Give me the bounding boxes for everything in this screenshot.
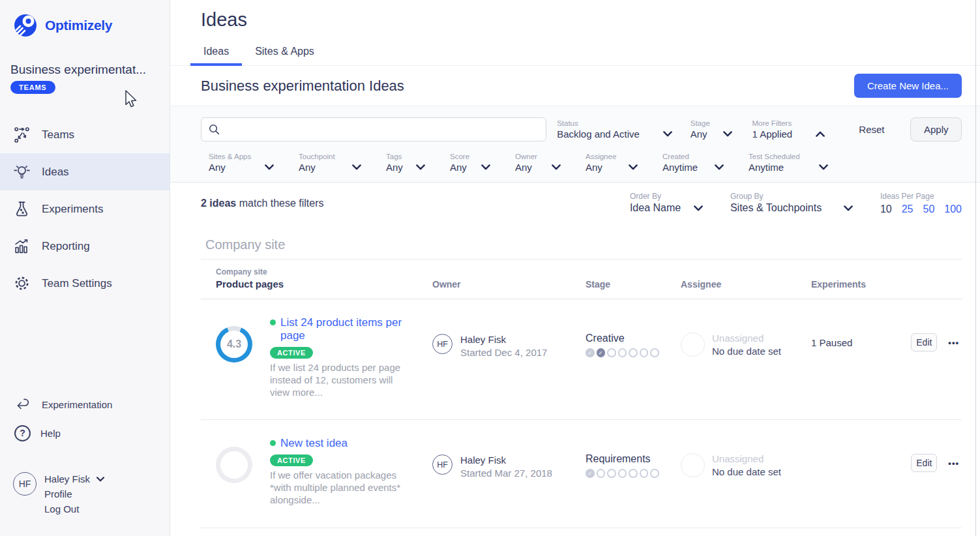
tab-ideas[interactable]: Ideas: [190, 39, 242, 65]
back-label: Experimentation: [42, 399, 112, 410]
apply-button[interactable]: Apply: [910, 117, 962, 141]
sidebar-item-label: Experiments: [42, 203, 103, 216]
stage-filter[interactable]: Stage Any: [690, 119, 733, 140]
help-item[interactable]: ? Help: [0, 419, 170, 447]
edit-button[interactable]: Edit: [911, 333, 937, 351]
per-page-25[interactable]: 25: [902, 203, 913, 215]
sidebar-item-label: Teams: [42, 128, 74, 141]
teams-badge: TEAMS: [10, 81, 55, 94]
col-touchpoint-label: Product pages: [216, 278, 432, 290]
table-header: Company site Product pages Owner Stage A…: [201, 259, 962, 299]
gear-icon: [13, 275, 31, 292]
user-block: HF Haley Fisk Profile Log Out: [13, 472, 104, 514]
tab-bar: Ideas Sites & Apps: [190, 39, 327, 65]
stage-progress-dots: ✓: [586, 469, 681, 478]
edit-button[interactable]: Edit: [911, 454, 937, 472]
sidebar-item-label: Ideas: [42, 166, 69, 179]
group-title: Company site: [205, 237, 962, 252]
idea-link[interactable]: List 24 product items per page: [270, 316, 411, 342]
chevron-down-icon: [416, 164, 425, 170]
teams-icon: [13, 126, 31, 143]
col-assignee: Assignee: [681, 279, 811, 290]
chevron-down-icon: [723, 131, 732, 137]
chevron-down-icon: [715, 164, 724, 170]
more-filters-toggle[interactable]: More Filters 1 Applied: [752, 119, 825, 140]
owner-filter[interactable]: Owner Any: [515, 153, 561, 173]
sidebar-item-teams[interactable]: Teams: [0, 116, 170, 153]
owner-started: Started Mar 27, 2018: [460, 468, 552, 479]
more-filters-row: Sites & Apps Any Touchpoint Any Tags Any…: [201, 153, 962, 173]
sidebar: Optimizely Business experimentat... TEAM…: [0, 0, 170, 536]
idea-description: If we list 24 products per page instead …: [270, 362, 411, 398]
search-input[interactable]: [220, 124, 539, 135]
assignee-due-date: No due date set: [712, 346, 781, 357]
status-filter-label: Status: [557, 119, 672, 127]
stage-filter-value: Any: [690, 128, 707, 140]
status-dot: [270, 440, 276, 446]
sidebar-item-reporting[interactable]: Reporting: [0, 228, 170, 265]
more-filters-label: More Filters: [752, 119, 825, 127]
idea-description: If we offer vacation packages *with mult…: [270, 469, 411, 506]
profile-link[interactable]: Profile: [44, 488, 104, 499]
group-by-dropdown[interactable]: Group By Sites & Touchpoints: [730, 192, 853, 214]
assignee-due-date: No due date set: [712, 466, 781, 477]
sidebar-item-label: Team Settings: [42, 277, 112, 290]
created-filter[interactable]: Created Anytime: [662, 153, 724, 173]
return-arrow-icon: [14, 396, 32, 413]
owner-started: Started Dec 4, 2017: [460, 347, 547, 358]
sidebar-nav: Teams Ideas Expe: [0, 116, 170, 302]
results-bar: 2 ideas match these filters Order By Ide…: [170, 183, 980, 224]
reset-button[interactable]: Reset: [859, 124, 884, 135]
back-to-experimentation[interactable]: Experimentation: [0, 390, 170, 419]
col-owner: Owner: [432, 279, 586, 290]
chevron-down-icon: [265, 164, 274, 170]
chevron-down-icon: [481, 164, 490, 170]
more-actions-icon[interactable]: •••: [948, 458, 959, 468]
status-badge: ACTIVE: [270, 454, 313, 466]
optimizely-logo[interactable]: Optimizely: [12, 12, 112, 39]
touchpoint-filter[interactable]: Touchpoint Any: [299, 153, 361, 173]
col-stage: Stage: [586, 279, 681, 290]
search-box[interactable]: [201, 117, 546, 141]
tab-sites-apps[interactable]: Sites & Apps: [242, 39, 327, 65]
project-name: Business experimentat...: [10, 63, 146, 77]
stage-filter-label: Stage: [690, 119, 733, 127]
stage-progress-dots: ✓✓: [586, 348, 681, 357]
per-page-100[interactable]: 100: [944, 203, 962, 215]
stage-name: Creative: [586, 333, 681, 344]
create-new-idea-button[interactable]: Create New Idea...: [854, 74, 962, 98]
per-page-10[interactable]: 10: [880, 203, 892, 215]
score-ring: [216, 447, 252, 483]
table-row: New test idea ACTIVE If we offer vacatio…: [201, 420, 962, 528]
owner-avatar: HF: [432, 454, 453, 475]
user-menu[interactable]: Haley Fisk: [44, 473, 104, 484]
sidebar-item-ideas[interactable]: Ideas: [0, 153, 170, 190]
sites-apps-filter[interactable]: Sites & Apps Any: [209, 153, 274, 173]
flask-icon: [13, 200, 31, 218]
mouse-cursor: [123, 89, 138, 112]
col-experiments: Experiments: [811, 279, 909, 290]
content-right-edge: [975, 0, 976, 536]
status-filter[interactable]: Status Backlog and Active: [557, 119, 672, 140]
score-value: 4.3: [220, 331, 248, 358]
more-actions-icon[interactable]: •••: [948, 338, 959, 348]
chevron-down-icon: [819, 164, 828, 170]
chevron-down-icon: [629, 164, 638, 170]
logout-link[interactable]: Log Out: [44, 503, 104, 514]
tags-filter[interactable]: Tags Any: [386, 153, 425, 173]
sidebar-item-team-settings[interactable]: Team Settings: [0, 265, 170, 302]
sidebar-item-experiments[interactable]: Experiments: [0, 190, 170, 228]
lightbulb-icon: [13, 163, 31, 181]
app-header: Ideas Ideas Sites & Apps: [170, 0, 980, 66]
user-avatar[interactable]: HF: [13, 472, 37, 496]
per-page-50[interactable]: 50: [923, 203, 935, 215]
order-by-dropdown[interactable]: Order By Idea Name: [630, 192, 703, 214]
score-filter[interactable]: Score Any: [450, 153, 490, 173]
assignee-name: Unassigned: [712, 333, 781, 344]
idea-link[interactable]: New test idea: [270, 437, 411, 450]
score-ring: 4.3: [216, 326, 252, 363]
test-scheduled-filter[interactable]: Test Scheduled Anytime: [749, 153, 828, 173]
assignee-filter[interactable]: Assignee Any: [586, 153, 638, 173]
assignee-avatar: [681, 453, 705, 477]
title-bar: Business experimentation Ideas Create Ne…: [170, 66, 980, 106]
